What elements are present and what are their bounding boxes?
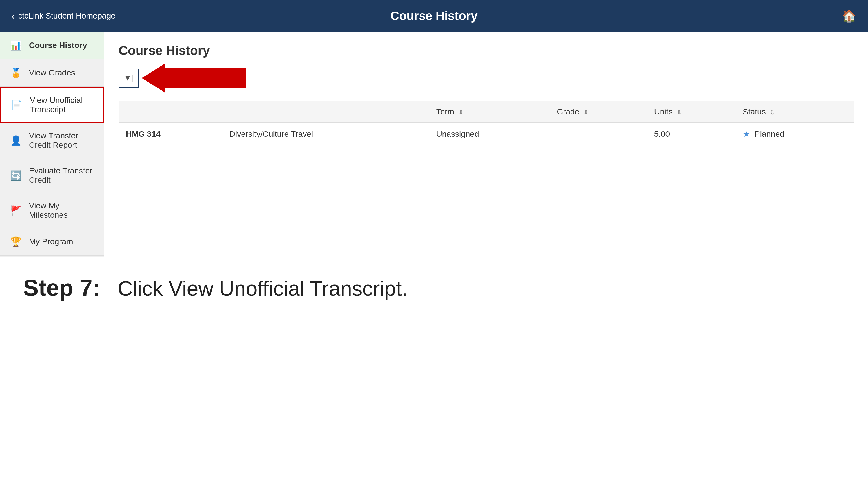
- col-grade: Grade ⇕: [550, 101, 647, 123]
- sidebar-item-my-program[interactable]: 🏆 My Program: [0, 228, 104, 256]
- sidebar-item-label: View Grades: [29, 68, 75, 77]
- col-grade-label: Grade: [557, 107, 579, 116]
- col-units-label: Units: [654, 107, 673, 116]
- sidebar-item-view-transfer-credit-report[interactable]: 👤 View Transfer Credit Report: [0, 123, 104, 158]
- step-section: Step 7: Click View Unofficial Transcript…: [0, 257, 868, 319]
- sort-icon[interactable]: ⇕: [677, 109, 682, 116]
- status-label: Planned: [754, 130, 784, 138]
- app-header: ‹ ctcLink Student Homepage Course Histor…: [0, 0, 868, 32]
- program-icon: 🏆: [9, 236, 23, 247]
- course-code: HMG 314: [126, 130, 161, 138]
- grades-icon: 🏅: [9, 67, 23, 78]
- col-course: [119, 101, 222, 123]
- red-arrow-annotation: [142, 64, 246, 93]
- sidebar-item-evaluate-transfer-credit[interactable]: 🔄 Evaluate Transfer Credit: [0, 158, 104, 193]
- filter-button[interactable]: ▼|: [119, 69, 139, 88]
- sidebar-item-view-my-milestones[interactable]: 🚩 View My Milestones: [0, 193, 104, 228]
- main-container: 📊 Course History 🏅 View Grades 📄 View Un…: [0, 32, 868, 257]
- sidebar-item-view-unofficial-transcript[interactable]: 📄 View Unofficial Transcript: [0, 87, 104, 123]
- sidebar-item-view-grades[interactable]: 🏅 View Grades: [0, 59, 104, 87]
- back-button[interactable]: ‹ ctcLink Student Homepage: [11, 11, 116, 22]
- col-status: Status ⇕: [736, 101, 854, 123]
- home-icon: 🏠: [842, 9, 857, 22]
- sidebar-item-course-history[interactable]: 📊 Course History: [0, 32, 104, 59]
- back-arrow-icon: ‹: [11, 11, 15, 22]
- col-term: Term ⇕: [429, 101, 550, 123]
- page-title: Course History: [119, 43, 854, 58]
- content-area: Course History ▼| Term: [104, 32, 868, 257]
- cell-course: HMG 314: [119, 123, 222, 145]
- cell-term: Unassigned: [429, 123, 550, 145]
- star-icon: ★: [743, 130, 750, 138]
- step-instruction: Step 7: Click View Unofficial Transcript…: [23, 274, 845, 301]
- back-label: ctcLink Student Homepage: [18, 11, 116, 21]
- annotation-container: ▼|: [119, 66, 854, 95]
- sidebar-item-label: My Program: [29, 237, 73, 246]
- cell-description: Diversity/Culture Travel: [222, 123, 429, 145]
- col-term-label: Term: [436, 107, 454, 116]
- arrow-body: [165, 68, 246, 88]
- home-button[interactable]: 🏠: [842, 9, 857, 23]
- document-icon: 📄: [9, 99, 24, 110]
- sidebar: 📊 Course History 🏅 View Grades 📄 View Un…: [0, 32, 104, 257]
- col-description: [222, 101, 429, 123]
- course-history-table: Term ⇕ Grade ⇕ Units ⇕ Status ⇕: [119, 101, 854, 145]
- sort-icon[interactable]: ⇕: [458, 109, 464, 116]
- sidebar-item-label: View Transfer Credit Report: [29, 131, 95, 150]
- step-number: Step 7:: [23, 275, 100, 301]
- header-title: Course History: [390, 9, 477, 23]
- sidebar-item-label: View My Milestones: [29, 201, 95, 220]
- col-status-label: Status: [743, 107, 766, 116]
- arrow-head-icon: [142, 64, 165, 93]
- table-row: HMG 314 Diversity/Culture Travel Unassig…: [119, 123, 854, 145]
- sidebar-item-label: Course History: [29, 41, 87, 50]
- cell-grade: [550, 123, 647, 145]
- milestone-icon: 🚩: [9, 205, 23, 216]
- table-header-row: Term ⇕ Grade ⇕ Units ⇕ Status ⇕: [119, 101, 854, 123]
- sidebar-item-label: View Unofficial Transcript: [30, 96, 94, 114]
- sort-icon[interactable]: ⇕: [583, 109, 589, 116]
- sort-icon[interactable]: ⇕: [770, 109, 775, 116]
- step-text-content: Click View Unofficial Transcript.: [118, 277, 408, 300]
- grid-icon: 📊: [9, 40, 23, 51]
- sidebar-item-label: Evaluate Transfer Credit: [29, 166, 95, 185]
- filter-icon: ▼|: [124, 73, 134, 83]
- transfer-report-icon: 👤: [9, 135, 23, 146]
- evaluate-icon: 🔄: [9, 170, 23, 181]
- col-units: Units ⇕: [647, 101, 736, 123]
- cell-units: 5.00: [647, 123, 736, 145]
- cell-status: ★ Planned: [736, 123, 854, 145]
